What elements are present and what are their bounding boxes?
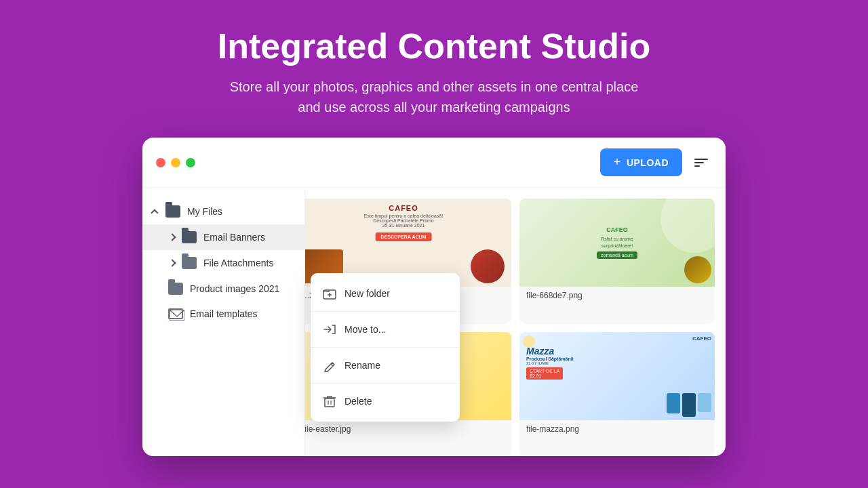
filter-button[interactable]: [690, 155, 712, 171]
file-thumb-4: CAFEO Mazza Produsul Săptămânii 21-27 IU…: [519, 332, 715, 420]
move-to-icon: [323, 323, 336, 336]
file-thumb-2: CAFEO Rsfat cu aromesurprinzătoare! coma…: [519, 199, 715, 287]
sidebar-item-my-files[interactable]: My Files: [142, 199, 304, 224]
rename-icon: [323, 359, 336, 372]
chevron-right-icon: [168, 234, 176, 241]
delete-icon: [323, 394, 336, 408]
filter-line-1: [694, 159, 708, 160]
subtitle-line2: and use across all your marketing campai…: [298, 100, 570, 115]
new-folder-icon: [323, 287, 336, 300]
chevron-right-icon-2: [168, 260, 176, 267]
upload-plus-icon: +: [614, 155, 621, 169]
window-body: My Files Email Banners File Attachments …: [142, 188, 726, 456]
context-divider-2: [311, 347, 460, 348]
product-images-label: Product images 2021: [190, 283, 279, 294]
page-subtitle: Store all your photos, graphics and othe…: [218, 77, 650, 117]
context-item-rename[interactable]: Rename: [311, 350, 460, 380]
context-item-move[interactable]: Move to...: [311, 314, 460, 344]
minimize-button[interactable]: [171, 158, 180, 167]
context-divider-1: [311, 311, 460, 312]
email-templates-label: Email templates: [190, 308, 258, 319]
sidebar-item-email-templates[interactable]: Email templates: [142, 302, 304, 326]
window-toolbar: + UPLOAD: [142, 138, 726, 188]
close-button[interactable]: [156, 158, 165, 167]
new-folder-label: New folder: [344, 288, 390, 299]
sidebar-item-product-images[interactable]: Product images 2021: [142, 276, 304, 302]
file-name-2: file-668de7.png: [519, 287, 715, 304]
context-divider-3: [311, 383, 460, 384]
filter-line-2: [694, 162, 704, 163]
svg-line-4: [331, 364, 333, 366]
sidebar-item-email-banners[interactable]: Email Banners: [142, 224, 304, 250]
header-section: Integrated Content Studio Store all your…: [204, 0, 664, 138]
file-card-2[interactable]: CAFEO Rsfat cu aromesurprinzătoare! coma…: [519, 199, 715, 324]
window-controls: [156, 158, 195, 167]
toolbar-actions: + UPLOAD: [600, 148, 712, 176]
upload-button[interactable]: + UPLOAD: [600, 148, 682, 176]
file-card-4[interactable]: CAFEO Mazza Produsul Săptămânii 21-27 IU…: [519, 332, 715, 457]
rename-label: Rename: [344, 360, 380, 371]
my-files-folder-icon: [165, 205, 180, 218]
file-name-4: file-mazza.png: [519, 420, 715, 438]
file-attachments-label: File Attachments: [203, 258, 274, 268]
context-menu: New folder Move to...: [311, 273, 460, 422]
filter-line-3: [694, 165, 700, 167]
context-item-new-folder[interactable]: New folder: [311, 279, 460, 308]
email-banners-label: Email Banners: [203, 232, 265, 243]
product-images-folder-icon: [168, 283, 183, 295]
delete-label: Delete: [344, 396, 372, 407]
page-title: Integrated Content Studio: [218, 27, 650, 66]
file-attachments-folder-icon: [182, 257, 197, 269]
subtitle-line1: Store all your photos, graphics and othe…: [230, 79, 639, 94]
my-files-label: My Files: [187, 206, 222, 217]
svg-rect-5: [325, 399, 334, 407]
file-name-3: file-easter.jpg: [305, 420, 511, 438]
email-templates-icon: [168, 308, 183, 319]
sidebar-item-file-attachments[interactable]: File Attachments: [142, 250, 304, 276]
email-banners-folder-icon: [182, 231, 197, 243]
move-to-label: Move to...: [344, 324, 386, 335]
context-item-delete[interactable]: Delete: [311, 386, 460, 416]
maximize-button[interactable]: [186, 158, 195, 167]
chevron-open-icon: [151, 209, 158, 217]
sidebar: My Files Email Banners File Attachments …: [142, 188, 305, 456]
app-window: + UPLOAD My Files Email Banne: [142, 138, 726, 456]
upload-label: UPLOAD: [627, 157, 669, 168]
